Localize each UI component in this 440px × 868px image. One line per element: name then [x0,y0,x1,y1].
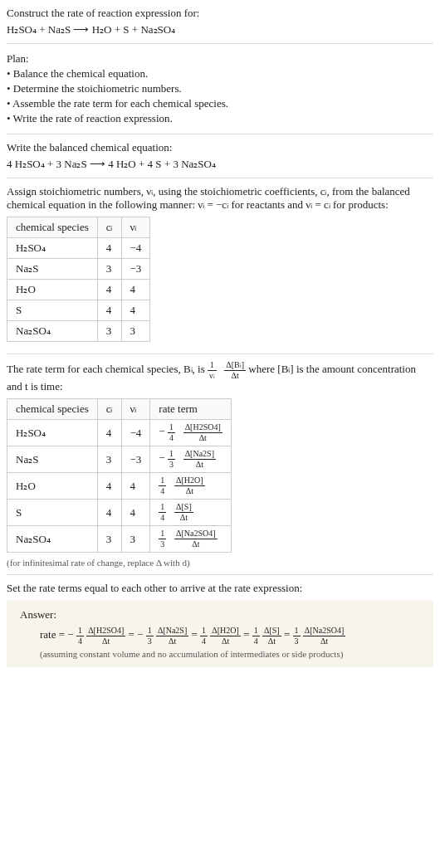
cell-rateterm: 14 Δ[S]Δt [150,500,231,526]
stoich-table: chemical species cᵢ νᵢ H₂SO₄4−4 Na₂S3−3 … [7,217,150,342]
num: Δ[H2SO4] [86,627,125,636]
answer-box: Answer: rate = − 14 Δ[H2SO4]Δt = − 13 Δ[… [7,600,433,667]
num: 1 [159,529,166,539]
den: 4 [76,636,84,646]
question-equation: H₂SO₄ + Na₂S ⟶ H₂O + S + Na₂SO₄ [7,23,433,37]
table-row: Na₂S 3 −3 − 13 Δ[Na2S]Δt [7,446,232,473]
table-row: S44 [7,300,150,321]
text: The rate term for each chemical species,… [7,363,208,375]
fraction: Δ[Na2S]Δt [156,627,188,646]
fraction: Δ[S]Δt [174,503,193,522]
den: 4 [168,433,175,442]
den: Δt [156,636,188,646]
table-header-row: chemical species cᵢ νᵢ [7,217,150,238]
den: 4 [200,636,208,646]
col-rateterm: rate term [150,399,231,420]
fraction: Δ[Na2SO4]Δt [174,529,218,549]
num: 1 [76,627,84,636]
den: Δt [86,636,125,646]
cell: 4 [97,238,121,259]
table-row: Na₂SO₄ 3 3 13 Δ[Na2SO4]Δt [7,526,232,553]
plan-item: • Assemble the rate term for each chemic… [7,97,433,110]
cell: 4 [97,500,121,526]
cell: 4 [97,300,121,321]
den: 3 [159,539,166,549]
rate-prefix: rate = [40,628,67,641]
num: Δ[H2O] [174,476,205,486]
cell: S [7,300,98,321]
den: Δt [224,371,246,380]
cell: −3 [121,446,150,473]
cell: S [7,500,98,526]
fraction: 14 [76,627,84,646]
cell-rateterm: 13 Δ[Na2SO4]Δt [150,526,231,553]
col-vi: νᵢ [121,217,150,238]
cell: −4 [121,420,150,446]
fraction: 1νᵢ [208,361,217,380]
num: 1 [293,627,301,636]
cell: 4 [97,420,121,446]
fraction: 14 [168,423,175,442]
num: 1 [159,476,166,486]
cell: Na₂SO₄ [7,321,98,342]
col-vi: νᵢ [121,399,150,420]
num: 1 [252,627,260,636]
fraction: Δ[H2O]Δt [174,476,205,495]
fraction: Δ[Bᵢ]Δt [224,361,246,380]
col-species: chemical species [7,217,98,238]
cell: Na₂S [7,446,98,473]
cell: 4 [121,473,150,500]
den: Δt [262,636,281,646]
answer-title: Set the rate terms equal to each other t… [7,582,433,595]
question-section: Construct the rate of reaction expressio… [7,7,433,43]
num: 1 [200,627,208,636]
table-header-row: chemical species cᵢ νᵢ rate term [7,399,232,420]
answer-note: (assuming constant volume and no accumul… [40,649,420,659]
sign: − [137,628,143,641]
num: 1 [208,361,217,371]
fraction: Δ[H2SO4]Δt [86,627,125,646]
fraction: 14 [159,476,166,495]
col-ci: cᵢ [97,399,121,420]
rate-expression: rate = − 14 Δ[H2SO4]Δt = − 13 Δ[Na2S]Δt … [40,627,420,646]
table-row: H₂O 4 4 14 Δ[H2O]Δt [7,473,232,500]
col-species: chemical species [7,399,98,420]
stoich-intro: Assign stoichiometric numbers, νᵢ, using… [7,185,433,212]
cell: 3 [97,526,121,553]
num: Δ[S] [174,503,193,513]
num: Δ[H2SO4] [183,423,222,433]
cell: H₂O [7,473,98,500]
answer-section: Set the rate terms equal to each other t… [7,574,433,674]
table-row: Na₂S3−3 [7,259,150,280]
fraction: 13 [146,627,154,646]
num: 1 [146,627,154,636]
cell: −3 [121,259,150,280]
fraction: Δ[H2O]Δt [210,627,241,646]
sign: − [159,451,164,464]
den: Δt [174,486,205,495]
rateterm-intro: The rate term for each chemical species,… [7,361,433,393]
cell-rateterm: 14 Δ[H2O]Δt [150,473,231,500]
cell: 3 [97,321,121,342]
fraction: Δ[Na2SO4]Δt [303,627,346,646]
den: 4 [252,636,260,646]
cell: 4 [97,473,121,500]
num: Δ[Bᵢ] [224,361,246,371]
balanced-title: Write the balanced chemical equation: [7,141,433,154]
fraction: Δ[H2SO4]Δt [183,423,222,442]
plan-section: Plan: • Balance the chemical equation. •… [7,43,433,134]
stoich-section: Assign stoichiometric numbers, νᵢ, using… [7,178,433,354]
num: Δ[S] [262,627,281,636]
cell: 3 [121,526,150,553]
fraction: 14 [200,627,208,646]
balanced-section: Write the balanced chemical equation: 4 … [7,134,433,178]
num: Δ[Na2SO4] [303,627,346,636]
fraction: Δ[S]Δt [262,627,281,646]
plan-item: • Determine the stoichiometric numbers. [7,82,433,95]
cell: 3 [97,259,121,280]
table-row: H₂O44 [7,280,150,300]
den: Δt [174,513,193,522]
fraction: 14 [159,503,166,522]
fraction: 13 [159,529,166,549]
table-row: H₂SO₄ 4 −4 − 14 Δ[H2SO4]Δt [7,420,232,446]
